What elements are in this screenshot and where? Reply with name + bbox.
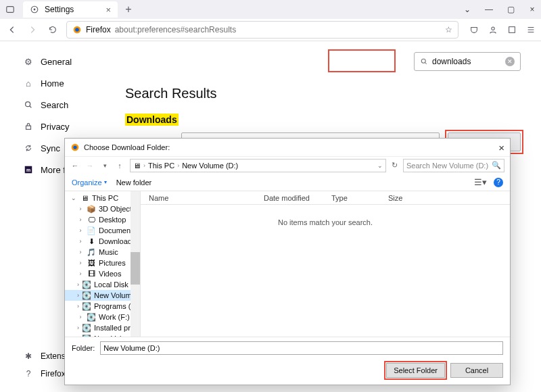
tab-bar: Settings × + ⌄ — ▢ × <box>0 0 541 19</box>
tree-item[interactable]: ›💽Installed program <box>65 322 140 333</box>
col-size[interactable]: Size <box>388 194 402 202</box>
back-arrow-icon[interactable]: ← <box>70 162 80 170</box>
help-icon: ? <box>23 368 34 379</box>
tree-expand-icon[interactable]: › <box>77 303 79 310</box>
recent-dropdown-icon[interactable]: ▾ <box>100 162 110 169</box>
col-type[interactable]: Type <box>331 194 388 202</box>
extensions-icon[interactable] <box>507 25 517 34</box>
help-button-icon[interactable]: ? <box>494 178 503 187</box>
url-input[interactable]: Firefox about:preferences#searchResults … <box>66 21 458 39</box>
minimize-icon[interactable]: — <box>484 5 494 14</box>
view-options-icon[interactable]: ☰▾ <box>474 177 487 187</box>
dialog-nav: ← → ▾ ↑ 🖥 › This PC › New Volume (D:) ⌄ … <box>65 156 510 174</box>
svg-rect-0 <box>7 7 14 13</box>
tree-item[interactable]: ›🎵Music <box>65 247 140 258</box>
tree-expand-icon[interactable]: ⌄ <box>70 195 77 201</box>
forward-button[interactable] <box>26 23 39 36</box>
pc-icon: 🖥 <box>80 194 89 202</box>
new-folder-button[interactable]: New folder <box>116 178 152 187</box>
chevron-down-icon[interactable]: ⌄ <box>463 5 472 14</box>
column-headers[interactable]: Name Date modified Type Size <box>141 191 510 205</box>
crumb-this-pc[interactable]: This PC <box>148 162 174 170</box>
tree-expand-icon[interactable]: › <box>77 227 84 234</box>
svg-point-2 <box>34 9 36 11</box>
col-name[interactable]: Name <box>149 194 264 202</box>
bookmark-star-icon[interactable]: ☆ <box>445 25 452 34</box>
search-icon: 🔍 <box>492 161 501 170</box>
folder3d-icon: 📦 <box>87 205 96 213</box>
tree-item[interactable]: ›🖵Desktop <box>65 214 140 225</box>
disk-icon: 💽 <box>82 291 91 299</box>
tree-item[interactable]: ›🎞Videos <box>65 268 140 279</box>
col-date[interactable]: Date modified <box>264 194 331 202</box>
tree-expand-icon[interactable]: › <box>77 216 84 223</box>
tree-expand-icon[interactable]: › <box>77 270 84 277</box>
crumb-sep-icon: › <box>143 162 145 169</box>
crumb-volume[interactable]: New Volume (D:) <box>182 162 238 170</box>
firefox-logo-icon <box>72 25 82 34</box>
forward-arrow-icon[interactable]: → <box>85 162 95 170</box>
tree-item[interactable]: ›⬇Downloads <box>65 236 140 247</box>
tree-item[interactable]: ›🖼Pictures <box>65 258 140 268</box>
file-list-area: Name Date modified Type Size No items ma… <box>141 191 510 337</box>
tab-settings[interactable]: Settings × <box>23 1 118 18</box>
window-controls: ⌄ — ▢ × <box>463 5 537 14</box>
dialog-toolbar: Organize ▾ New folder ☰▾ ? <box>65 174 510 191</box>
tree-item[interactable]: ⌄🖥This PC <box>65 193 140 203</box>
preferences-search-input[interactable]: downloads ✕ <box>414 52 521 71</box>
tree-expand-icon[interactable]: › <box>77 324 79 331</box>
tree-scrollbar[interactable] <box>131 191 140 337</box>
maximize-icon[interactable]: ▢ <box>506 5 515 14</box>
docs-icon: 📄 <box>87 226 96 235</box>
sidebar-item-search[interactable]: Search <box>20 94 118 116</box>
dialog-close-icon[interactable]: × <box>498 142 504 153</box>
tree-expand-icon[interactable]: › <box>77 260 84 266</box>
tree-item[interactable]: ›💽New Volume (H:) <box>65 333 140 337</box>
menu-icon[interactable] <box>526 25 536 34</box>
sidebar-item-privacy[interactable]: Privacy <box>20 116 118 137</box>
tree-expand-icon[interactable]: › <box>77 205 84 212</box>
workspace-icon[interactable] <box>4 3 16 16</box>
tree-item[interactable]: ›💽Programs (E:) <box>65 301 140 312</box>
search-icon <box>23 99 34 110</box>
up-arrow-icon[interactable]: ↑ <box>115 162 124 170</box>
mozilla-icon: m <box>23 164 34 175</box>
pocket-icon[interactable] <box>469 25 479 34</box>
tree-expand-icon[interactable]: › <box>77 292 79 299</box>
close-window-icon[interactable]: × <box>527 5 537 14</box>
tree-expand-icon[interactable]: › <box>77 281 79 288</box>
desktop-icon: 🖵 <box>87 216 96 224</box>
clear-search-icon[interactable]: ✕ <box>505 57 515 66</box>
dialog-search-input[interactable]: Search New Volume (D:) 🔍 <box>403 159 504 172</box>
tree-item[interactable]: ›💽Work (F:) <box>65 312 140 322</box>
tree-expand-icon[interactable]: › <box>77 249 84 255</box>
tree-expand-icon[interactable]: › <box>77 314 84 320</box>
tree-expand-icon[interactable]: › <box>77 335 79 337</box>
scrollbar-thumb[interactable] <box>131 252 140 285</box>
sidebar-item-general[interactable]: ⚙General <box>20 51 118 72</box>
breadcrumb[interactable]: 🖥 › This PC › New Volume (D:) ⌄ <box>130 159 386 172</box>
refresh-icon[interactable]: ↻ <box>392 161 398 170</box>
tree-item-label: Desktop <box>99 216 126 224</box>
tree-item[interactable]: ›💽New Volume (D:) <box>65 290 140 301</box>
tree-item[interactable]: ›💽Local Disk (C:) <box>65 279 140 290</box>
organize-menu[interactable]: Organize ▾ <box>72 178 107 187</box>
folder-name-input[interactable] <box>100 341 503 355</box>
tree-item[interactable]: ›📦3D Objects <box>65 203 140 214</box>
reload-button[interactable] <box>46 23 60 36</box>
disk-icon: 💽 <box>82 280 91 289</box>
choose-folder-dialog: Choose Download Folder: × ← → ▾ ↑ 🖥 › Th… <box>64 138 511 385</box>
back-button[interactable] <box>5 23 19 36</box>
tab-close-icon[interactable]: × <box>105 5 111 15</box>
folder-tree[interactable]: ⌄🖥This PC›📦3D Objects›🖵Desktop›📄Document… <box>65 191 141 337</box>
sidebar-item-home[interactable]: ⌂Home <box>20 72 118 94</box>
tree-expand-icon[interactable]: › <box>77 238 84 245</box>
tree-item[interactable]: ›📄Documents <box>65 225 140 236</box>
tree-item-label: Work (F:) <box>99 313 130 321</box>
cancel-button[interactable]: Cancel <box>450 363 503 378</box>
crumb-drop-icon[interactable]: ⌄ <box>377 162 383 169</box>
account-icon[interactable] <box>488 25 498 34</box>
settings-favicon-icon <box>30 5 39 14</box>
new-tab-button[interactable]: + <box>120 1 137 18</box>
tree-item-label: Music <box>99 248 118 256</box>
